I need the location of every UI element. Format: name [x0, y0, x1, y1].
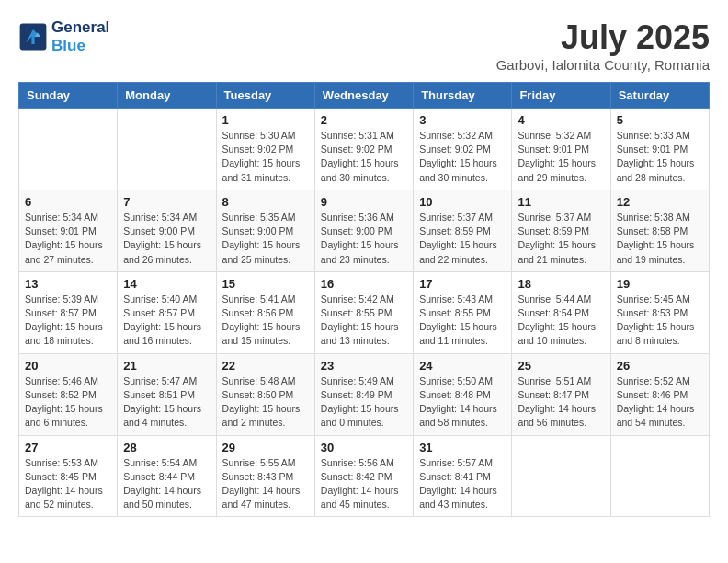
- day-info: Sunrise: 5:37 AM Sunset: 8:59 PM Dayligh…: [518, 211, 604, 267]
- day-number: 21: [123, 359, 210, 373]
- day-number: 10: [419, 195, 506, 209]
- calendar-cell: 23Sunrise: 5:49 AM Sunset: 8:49 PM Dayli…: [314, 353, 413, 435]
- day-info: Sunrise: 5:37 AM Sunset: 8:59 PM Dayligh…: [419, 211, 506, 267]
- day-number: 26: [617, 359, 703, 373]
- calendar-cell: 29Sunrise: 5:55 AM Sunset: 8:43 PM Dayli…: [216, 435, 314, 517]
- day-info: Sunrise: 5:43 AM Sunset: 8:55 PM Dayligh…: [419, 293, 506, 349]
- day-info: Sunrise: 5:38 AM Sunset: 8:58 PM Dayligh…: [617, 211, 703, 267]
- calendar-cell: 20Sunrise: 5:46 AM Sunset: 8:52 PM Dayli…: [19, 353, 118, 435]
- calendar-cell: 31Sunrise: 5:57 AM Sunset: 8:41 PM Dayli…: [414, 435, 512, 517]
- logo-icon: [18, 22, 48, 52]
- month-title: July 2025: [496, 18, 710, 57]
- calendar-cell: 16Sunrise: 5:42 AM Sunset: 8:55 PM Dayli…: [314, 271, 413, 353]
- calendar-cell: 2Sunrise: 5:31 AM Sunset: 9:02 PM Daylig…: [314, 109, 413, 190]
- calendar-cell: 9Sunrise: 5:36 AM Sunset: 9:00 PM Daylig…: [314, 190, 413, 271]
- day-number: 27: [25, 441, 111, 454]
- calendar-table: SundayMondayTuesdayWednesdayThursdayFrid…: [18, 82, 710, 517]
- weekday-header-row: SundayMondayTuesdayWednesdayThursdayFrid…: [19, 83, 710, 109]
- day-info: Sunrise: 5:46 AM Sunset: 8:52 PM Dayligh…: [25, 374, 111, 431]
- calendar-cell: 30Sunrise: 5:56 AM Sunset: 8:42 PM Dayli…: [314, 435, 413, 517]
- day-number: 6: [25, 195, 111, 209]
- day-info: Sunrise: 5:54 AM Sunset: 8:44 PM Dayligh…: [123, 456, 210, 512]
- day-info: Sunrise: 5:47 AM Sunset: 8:51 PM Dayligh…: [123, 374, 210, 431]
- calendar-week-1: 1Sunrise: 5:30 AM Sunset: 9:02 PM Daylig…: [19, 109, 710, 190]
- calendar-cell: [512, 435, 610, 517]
- page-header: General Blue July 2025 Garbovi, Ialomita…: [18, 18, 710, 73]
- day-number: 25: [518, 359, 604, 373]
- calendar-cell: 10Sunrise: 5:37 AM Sunset: 8:59 PM Dayli…: [414, 190, 512, 271]
- day-number: 1: [222, 113, 309, 127]
- calendar-cell: 11Sunrise: 5:37 AM Sunset: 8:59 PM Dayli…: [512, 190, 610, 271]
- day-info: Sunrise: 5:45 AM Sunset: 8:53 PM Dayligh…: [617, 293, 703, 349]
- calendar-cell: 1Sunrise: 5:30 AM Sunset: 9:02 PM Daylig…: [216, 109, 314, 190]
- day-number: 2: [321, 113, 407, 127]
- logo: General Blue: [18, 18, 109, 54]
- day-number: 9: [321, 195, 407, 209]
- day-info: Sunrise: 5:52 AM Sunset: 8:46 PM Dayligh…: [617, 374, 703, 431]
- calendar-week-5: 27Sunrise: 5:53 AM Sunset: 8:45 PM Dayli…: [19, 435, 710, 517]
- day-info: Sunrise: 5:57 AM Sunset: 8:41 PM Dayligh…: [419, 456, 506, 512]
- weekday-header-saturday: Saturday: [610, 83, 709, 109]
- day-number: 22: [222, 359, 309, 373]
- day-info: Sunrise: 5:40 AM Sunset: 8:57 PM Dayligh…: [123, 293, 210, 349]
- calendar-cell: 12Sunrise: 5:38 AM Sunset: 8:58 PM Dayli…: [610, 190, 709, 271]
- day-number: 14: [123, 277, 210, 291]
- day-number: 3: [419, 113, 506, 127]
- day-info: Sunrise: 5:32 AM Sunset: 9:01 PM Dayligh…: [518, 129, 604, 185]
- day-number: 28: [123, 441, 210, 454]
- day-number: 20: [25, 359, 111, 373]
- day-number: 12: [617, 195, 703, 209]
- calendar-cell: 8Sunrise: 5:35 AM Sunset: 9:00 PM Daylig…: [216, 190, 314, 271]
- day-number: 29: [222, 441, 309, 454]
- day-number: 18: [518, 277, 604, 291]
- day-number: 17: [419, 277, 506, 291]
- calendar-cell: [118, 109, 216, 190]
- day-number: 16: [321, 277, 407, 291]
- calendar-cell: 4Sunrise: 5:32 AM Sunset: 9:01 PM Daylig…: [512, 109, 610, 190]
- day-info: Sunrise: 5:55 AM Sunset: 8:43 PM Dayligh…: [222, 456, 309, 512]
- day-number: 7: [123, 195, 210, 209]
- calendar-cell: 27Sunrise: 5:53 AM Sunset: 8:45 PM Dayli…: [19, 435, 118, 517]
- calendar-cell: 15Sunrise: 5:41 AM Sunset: 8:56 PM Dayli…: [216, 271, 314, 353]
- day-info: Sunrise: 5:36 AM Sunset: 9:00 PM Dayligh…: [321, 211, 407, 267]
- day-number: 15: [222, 277, 309, 291]
- day-info: Sunrise: 5:48 AM Sunset: 8:50 PM Dayligh…: [222, 374, 309, 431]
- day-info: Sunrise: 5:34 AM Sunset: 9:00 PM Dayligh…: [123, 211, 210, 267]
- day-info: Sunrise: 5:33 AM Sunset: 9:01 PM Dayligh…: [617, 129, 703, 185]
- calendar-week-3: 13Sunrise: 5:39 AM Sunset: 8:57 PM Dayli…: [19, 271, 710, 353]
- weekday-header-wednesday: Wednesday: [314, 83, 413, 109]
- day-info: Sunrise: 5:51 AM Sunset: 8:47 PM Dayligh…: [518, 374, 604, 431]
- day-info: Sunrise: 5:32 AM Sunset: 9:02 PM Dayligh…: [419, 129, 506, 185]
- day-info: Sunrise: 5:56 AM Sunset: 8:42 PM Dayligh…: [321, 456, 407, 512]
- location-title: Garbovi, Ialomita County, Romania: [496, 57, 710, 73]
- calendar-cell: 22Sunrise: 5:48 AM Sunset: 8:50 PM Dayli…: [216, 353, 314, 435]
- calendar-week-4: 20Sunrise: 5:46 AM Sunset: 8:52 PM Dayli…: [19, 353, 710, 435]
- calendar-cell: [19, 109, 118, 190]
- day-number: 24: [419, 359, 506, 373]
- calendar-cell: [610, 435, 709, 517]
- day-number: 5: [617, 113, 703, 127]
- day-number: 8: [222, 195, 309, 209]
- day-number: 23: [321, 359, 407, 373]
- day-info: Sunrise: 5:49 AM Sunset: 8:49 PM Dayligh…: [321, 374, 407, 431]
- weekday-header-friday: Friday: [512, 83, 610, 109]
- day-number: 4: [518, 113, 604, 127]
- weekday-header-monday: Monday: [118, 83, 216, 109]
- title-block: July 2025 Garbovi, Ialomita County, Roma…: [496, 18, 710, 73]
- calendar-cell: 19Sunrise: 5:45 AM Sunset: 8:53 PM Dayli…: [610, 271, 709, 353]
- weekday-header-tuesday: Tuesday: [216, 83, 314, 109]
- day-info: Sunrise: 5:34 AM Sunset: 9:01 PM Dayligh…: [25, 211, 111, 267]
- day-info: Sunrise: 5:41 AM Sunset: 8:56 PM Dayligh…: [222, 293, 309, 349]
- calendar-cell: 3Sunrise: 5:32 AM Sunset: 9:02 PM Daylig…: [414, 109, 512, 190]
- calendar-cell: 26Sunrise: 5:52 AM Sunset: 8:46 PM Dayli…: [610, 353, 709, 435]
- day-number: 11: [518, 195, 604, 209]
- calendar-cell: 6Sunrise: 5:34 AM Sunset: 9:01 PM Daylig…: [19, 190, 118, 271]
- logo-text: General Blue: [51, 18, 109, 54]
- calendar-week-2: 6Sunrise: 5:34 AM Sunset: 9:01 PM Daylig…: [19, 190, 710, 271]
- calendar-cell: 28Sunrise: 5:54 AM Sunset: 8:44 PM Dayli…: [118, 435, 216, 517]
- day-info: Sunrise: 5:50 AM Sunset: 8:48 PM Dayligh…: [419, 374, 506, 431]
- day-number: 30: [321, 441, 407, 454]
- calendar-cell: 7Sunrise: 5:34 AM Sunset: 9:00 PM Daylig…: [118, 190, 216, 271]
- day-info: Sunrise: 5:30 AM Sunset: 9:02 PM Dayligh…: [222, 129, 309, 185]
- calendar-cell: 14Sunrise: 5:40 AM Sunset: 8:57 PM Dayli…: [118, 271, 216, 353]
